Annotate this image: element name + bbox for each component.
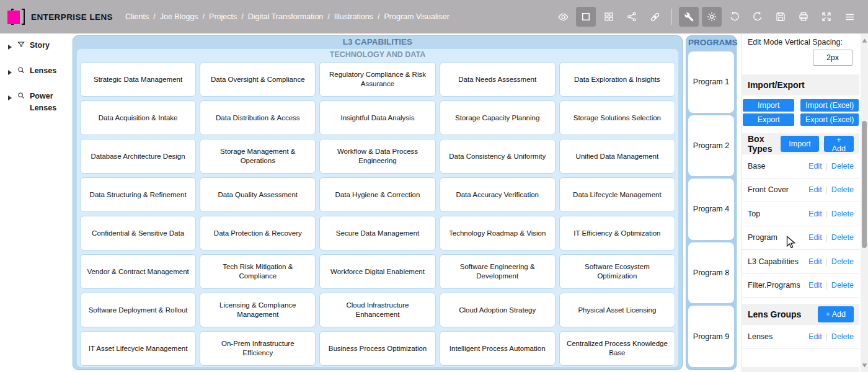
save-button[interactable] (771, 7, 790, 27)
undo-button[interactable] (725, 7, 745, 27)
capability-box[interactable]: Vendor & Contract Management (80, 254, 196, 289)
capability-box[interactable]: Technology Roadmap & Vision (440, 216, 556, 250)
delete-link[interactable]: Delete (831, 257, 854, 266)
export-excel-button[interactable]: Export (Excel) (800, 113, 859, 126)
capability-box[interactable]: Tech Risk Mitigation & Compliance (200, 254, 316, 289)
panel-scrollbar[interactable] (861, 33, 868, 372)
import-export-buttons: ImportImport (Excel)ExportExport (Excel) (742, 95, 859, 127)
capability-box[interactable]: Software Deployment & Rollout (80, 293, 196, 327)
capability-box[interactable]: Data Needs Assessment (440, 62, 556, 97)
import-excel-button[interactable]: Import (Excel) (800, 99, 859, 112)
capability-box[interactable]: Data Quality Assessment (200, 177, 316, 212)
import-button[interactable]: Import (743, 99, 794, 112)
wrench-button[interactable] (679, 7, 699, 27)
capability-box[interactable]: Insightful Data Analysis (319, 100, 435, 135)
delete-link[interactable]: Delete (831, 281, 854, 290)
expand-caret-icon[interactable] (7, 42, 12, 53)
menu-button[interactable] (839, 7, 859, 27)
capability-box[interactable]: Cloud Infrastructure Enhancement (319, 293, 435, 327)
scroll-up-arrow-icon[interactable] (861, 36, 868, 45)
capability-box[interactable]: Workflow & Data Process Engineering (319, 139, 435, 174)
redo-button[interactable] (748, 7, 768, 27)
grid-button[interactable] (599, 7, 619, 27)
breadcrumb-item[interactable]: Clients (125, 12, 149, 21)
lens-groups-list: LensesEdit|Delete (742, 325, 859, 349)
capability-box[interactable]: Centralized Process Knowledge Base (559, 331, 675, 366)
delete-link[interactable]: Delete (831, 210, 854, 218)
capability-box[interactable]: Data Protection & Recovery (200, 216, 316, 250)
delete-link[interactable]: Delete (831, 185, 854, 194)
capability-box[interactable]: Data Accuracy Verification (440, 177, 556, 212)
capability-box[interactable]: Cloud Adoption Strategy (440, 293, 556, 327)
link-button[interactable] (645, 7, 665, 27)
app-logo[interactable]: ENTERPRISE LENS (0, 7, 119, 26)
capability-box[interactable]: Database Architecture Design (80, 139, 196, 174)
capability-box[interactable]: Intelligent Process Automation (440, 331, 556, 366)
breadcrumb-item[interactable]: Projects (209, 12, 237, 21)
capability-box[interactable]: Data Lifecycle Management (559, 177, 675, 212)
delete-link[interactable]: Delete (831, 332, 854, 341)
edit-link[interactable]: Edit (808, 162, 822, 170)
expand-caret-icon[interactable] (7, 67, 12, 78)
program-box[interactable]: Program 9 (688, 306, 734, 367)
breadcrumb-item[interactable]: Digital Transformation (248, 12, 324, 21)
program-box[interactable]: Program 8 (688, 242, 734, 304)
scroll-down-arrow-icon[interactable] (861, 361, 868, 370)
capability-box[interactable]: Business Process Optimization (319, 331, 435, 366)
lens-groups-add-button[interactable]: + Add (818, 306, 854, 322)
capability-box[interactable]: Confidential & Sensitive Data (80, 216, 196, 250)
vertical-spacing-input[interactable] (813, 50, 852, 66)
square-button[interactable] (576, 7, 596, 27)
capability-box[interactable]: Data Structuring & Refinement (80, 177, 196, 212)
sidebar-item-story[interactable]: Story (0, 33, 73, 59)
program-box[interactable]: Program 2 (688, 115, 734, 177)
edit-link[interactable]: Edit (808, 332, 822, 341)
capability-box[interactable]: Software Ecosystem Optimization (559, 254, 675, 289)
eye-button[interactable] (553, 7, 573, 27)
delete-link[interactable]: Delete (831, 162, 854, 170)
breadcrumb-item[interactable]: Joe Bloggs (160, 12, 198, 21)
capability-box[interactable]: Regulatory Compliance & Risk Assurance (319, 62, 435, 97)
box-types-import-button[interactable]: Import (781, 136, 818, 152)
capability-box[interactable]: Strategic Data Management (80, 62, 196, 97)
capability-box[interactable]: On-Prem Infrastructure Efficiency (200, 331, 316, 366)
share-button[interactable] (622, 7, 642, 27)
capability-box[interactable]: Data Exploration & Insights (559, 62, 675, 97)
capability-box[interactable]: Storage Management & Operations (200, 139, 316, 174)
print-button[interactable] (794, 7, 813, 27)
edit-link[interactable]: Edit (808, 257, 822, 266)
capability-box[interactable]: Workforce Digital Enablement (319, 254, 435, 289)
sidebar-item-power-lenses[interactable]: Power Lenses (0, 84, 73, 120)
capability-box[interactable]: Licensing & Compliance Management (200, 293, 316, 327)
capability-box[interactable]: Data Acquisition & Intake (80, 100, 196, 135)
capability-box[interactable]: Secure Data Management (319, 216, 435, 250)
capability-box[interactable]: IT Asset Lifecycle Management (80, 331, 196, 366)
edit-link[interactable]: Edit (808, 233, 822, 242)
expand-caret-icon[interactable] (7, 92, 12, 104)
capability-box[interactable]: Software Engineering & Development (440, 254, 556, 289)
capability-box[interactable]: Data Oversight & Compliance (200, 62, 316, 97)
capability-box[interactable]: Data Distribution & Access (200, 100, 316, 135)
fullscreen-button[interactable] (817, 7, 836, 27)
capability-box[interactable]: Data Consistency & Uniformity (440, 139, 556, 174)
capability-box[interactable]: Storage Solutions Selection (559, 100, 675, 135)
capability-box[interactable]: Unified Data Management (559, 139, 675, 174)
scrollbar-thumb[interactable] (862, 121, 867, 248)
delete-link[interactable]: Delete (831, 233, 854, 242)
sidebar-item-lenses[interactable]: Lenses (0, 59, 73, 84)
export-button[interactable]: Export (743, 113, 794, 126)
breadcrumb-item[interactable]: Program Visualiser (384, 12, 450, 21)
gear-button[interactable] (702, 7, 722, 27)
edit-link[interactable]: Edit (808, 210, 822, 218)
breadcrumb-separator: / (327, 12, 329, 21)
edit-link[interactable]: Edit (808, 281, 822, 290)
program-box[interactable]: Program 1 (688, 51, 734, 113)
box-types-add-button[interactable]: + Add (824, 136, 854, 152)
capability-box[interactable]: Physical Asset Licensing (559, 293, 675, 327)
capability-box[interactable]: Storage Capacity Planning (440, 100, 556, 135)
capability-box[interactable]: IT Efficiency & Optimization (559, 216, 675, 250)
capability-box[interactable]: Data Hygiene & Correction (319, 177, 435, 212)
edit-link[interactable]: Edit (808, 185, 822, 194)
breadcrumb-item[interactable]: Illustrations (334, 12, 373, 21)
program-box[interactable]: Program 4 (688, 179, 734, 240)
